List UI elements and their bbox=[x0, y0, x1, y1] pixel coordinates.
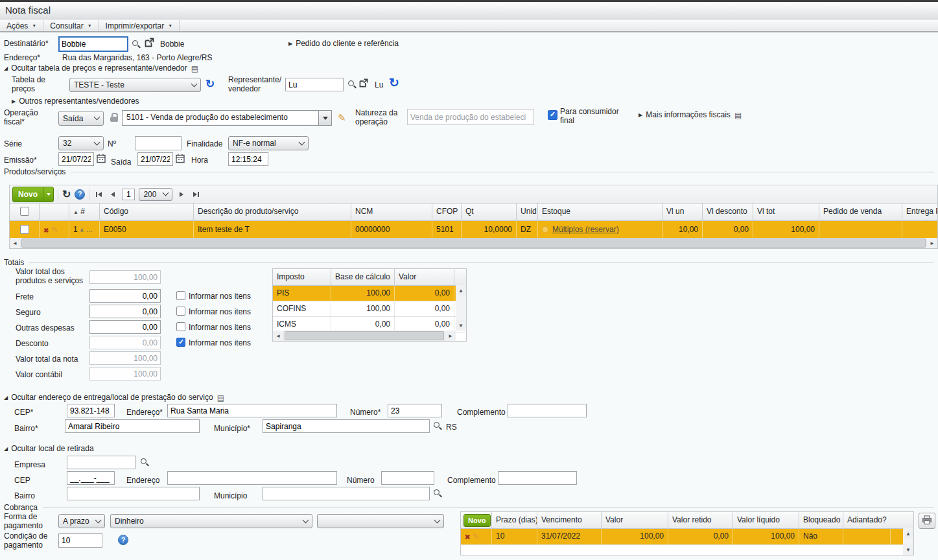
col-descricao[interactable]: Descrição do produto/serviço bbox=[194, 204, 351, 220]
delivery-complemento-input[interactable] bbox=[508, 404, 587, 417]
pickup-numero-input[interactable] bbox=[381, 471, 434, 485]
help-icon[interactable]: ? bbox=[118, 535, 128, 545]
novo-produto-button[interactable]: Novo bbox=[12, 187, 54, 202]
outros-representantes-toggle[interactable]: ▶Outros representantes/vendedores bbox=[12, 97, 139, 106]
imposto-row-pis[interactable]: PIS 100,00 0,00 bbox=[273, 286, 466, 301]
frete-informar-checkbox[interactable] bbox=[176, 291, 185, 300]
col-vl-un[interactable]: Vl un bbox=[662, 204, 703, 220]
hscroll-thumb[interactable] bbox=[285, 331, 444, 340]
novo-cobranca-button[interactable]: Novo bbox=[463, 514, 491, 527]
calendar-icon[interactable] bbox=[176, 154, 185, 165]
seguro-input[interactable] bbox=[89, 305, 161, 318]
select-all-checkbox[interactable] bbox=[20, 207, 29, 216]
col-num[interactable]: ▲ # bbox=[69, 204, 100, 220]
destinatario-input[interactable] bbox=[58, 36, 128, 52]
pickup-municipio-input[interactable] bbox=[263, 487, 430, 500]
menu-consultar[interactable]: Consultar ▼ bbox=[43, 20, 99, 31]
pickup-endereco-input[interactable] bbox=[167, 471, 337, 485]
numero-input[interactable] bbox=[135, 136, 182, 150]
refresh-icon[interactable]: ↻ bbox=[389, 77, 399, 88]
refresh-icon[interactable]: ↻ bbox=[205, 78, 215, 89]
operacao-direcao-select[interactable]: Saída bbox=[58, 111, 104, 126]
seguro-informar-checkbox[interactable] bbox=[176, 307, 185, 316]
col-vl-desconto[interactable]: Vl desconto bbox=[703, 204, 753, 220]
outras-despesas-informar-checkbox[interactable] bbox=[176, 322, 185, 331]
menu-imprimir-exportar[interactable]: Imprimir/exportar ▼ bbox=[99, 20, 180, 31]
page-size-select[interactable]: 200 bbox=[139, 188, 172, 201]
products-hscrollbar[interactable]: ◄ ► bbox=[10, 238, 937, 248]
operacao-cfop-combobox[interactable]: 5101 - Venda de produção do estabelecime… bbox=[122, 110, 332, 126]
delivery-municipio-input[interactable] bbox=[263, 419, 430, 433]
col-valor-retido[interactable]: Valor retido bbox=[668, 512, 733, 528]
col-codigo[interactable]: Código bbox=[100, 204, 194, 220]
first-page-button[interactable] bbox=[93, 189, 104, 200]
external-link-icon[interactable] bbox=[145, 38, 154, 49]
external-link-icon[interactable] bbox=[359, 78, 368, 89]
search-icon[interactable] bbox=[433, 421, 442, 430]
pickup-empresa-input[interactable] bbox=[67, 456, 135, 469]
scroll-up-icon[interactable]: ▲ bbox=[456, 285, 466, 296]
col-vencimento[interactable]: Vencimento bbox=[537, 512, 602, 528]
col-qt[interactable]: Qt bbox=[462, 204, 517, 220]
scroll-down-icon[interactable]: ▼ bbox=[456, 320, 466, 331]
search-icon[interactable] bbox=[140, 458, 149, 467]
delivery-bairro-input[interactable] bbox=[65, 419, 200, 433]
col-bloqueado[interactable]: Bloqueado bbox=[799, 512, 843, 528]
help-icon[interactable]: ? bbox=[75, 189, 85, 200]
col-entrega-pv[interactable]: Entrega PV bbox=[902, 204, 937, 220]
edit-pencil-icon[interactable]: ✎ bbox=[338, 113, 346, 122]
prev-page-button[interactable] bbox=[108, 189, 118, 200]
meio-pagamento2-select[interactable] bbox=[317, 514, 444, 528]
novo-dropdown-button[interactable] bbox=[43, 187, 53, 202]
col-unid[interactable]: Unid bbox=[517, 204, 538, 220]
delete-row-icon[interactable]: ✖ bbox=[43, 227, 49, 234]
col-valor[interactable]: Valor bbox=[602, 512, 668, 528]
ocultar-endereco-entrega-toggle[interactable]: ◢Ocultar endereço de entrega/local de pr… bbox=[4, 393, 224, 402]
meio-pagamento-select[interactable]: Dinheiro bbox=[110, 514, 312, 528]
ocultar-tabela-precos-toggle[interactable]: ◢Ocultar tabela de preços e representant… bbox=[4, 64, 198, 73]
print-button[interactable] bbox=[919, 513, 935, 529]
consumidor-final-checkbox[interactable] bbox=[548, 110, 557, 120]
scroll-right-icon[interactable]: ► bbox=[445, 331, 456, 341]
prazo-select[interactable]: A prazo bbox=[58, 514, 105, 528]
delivery-endereco-input[interactable] bbox=[167, 404, 337, 417]
saida-data-input[interactable] bbox=[137, 152, 173, 166]
pickup-cep-input[interactable] bbox=[67, 471, 115, 485]
pickup-bairro-input[interactable] bbox=[67, 487, 200, 500]
delivery-cep-input[interactable] bbox=[67, 404, 115, 417]
representante-input[interactable] bbox=[285, 78, 344, 91]
ocultar-local-retirada-toggle[interactable]: ◢Ocultar local de retirada bbox=[4, 444, 94, 453]
hora-input[interactable] bbox=[228, 152, 268, 166]
search-icon[interactable] bbox=[433, 489, 442, 498]
col-vl-tot[interactable]: Vl tot bbox=[753, 204, 819, 220]
cobranca-vscrollbar[interactable]: ▲ ▼ bbox=[903, 528, 913, 555]
scroll-down-icon[interactable]: ▼ bbox=[903, 544, 913, 555]
scroll-left-icon[interactable]: ◄ bbox=[10, 238, 20, 248]
scroll-left-icon[interactable]: ◄ bbox=[273, 331, 283, 341]
finalidade-select[interactable]: NF-e normal bbox=[228, 136, 309, 150]
search-icon[interactable] bbox=[347, 80, 357, 89]
imposto-row-cofins[interactable]: COFINS 100,00 0,00 bbox=[273, 301, 466, 317]
col-prazo-dias[interactable]: Prazo (dias) bbox=[492, 512, 537, 528]
row-more-icon[interactable]: ... bbox=[86, 225, 93, 234]
impostos-vscrollbar[interactable]: ▲ ▼ bbox=[456, 285, 466, 331]
scroll-right-icon[interactable]: ► bbox=[927, 238, 937, 248]
frete-input[interactable] bbox=[89, 289, 161, 303]
row-checkbox[interactable] bbox=[20, 225, 29, 234]
move-up-icon[interactable]: ∧ bbox=[80, 227, 84, 233]
next-page-button[interactable] bbox=[176, 189, 187, 200]
refresh-icon[interactable]: ↻ bbox=[62, 189, 71, 200]
condicao-pagamento-input[interactable] bbox=[58, 533, 102, 548]
emissao-input[interactable] bbox=[58, 152, 94, 166]
last-page-button[interactable] bbox=[191, 189, 201, 200]
impostos-hscrollbar[interactable]: ◄ ► bbox=[273, 331, 456, 341]
outras-despesas-input[interactable] bbox=[89, 320, 161, 334]
page-number-input[interactable] bbox=[122, 189, 135, 200]
edit-row-icon[interactable]: ✎ bbox=[473, 531, 480, 541]
desconto-informar-checkbox[interactable] bbox=[176, 338, 185, 347]
edit-row-icon[interactable]: ✎ bbox=[51, 225, 58, 235]
menu-acoes[interactable]: Ações ▼ bbox=[0, 20, 43, 31]
tabela-precos-select[interactable]: TESTE - Teste bbox=[69, 78, 201, 92]
col-estoque[interactable]: Estoque bbox=[538, 204, 662, 220]
pickup-complemento-input[interactable] bbox=[498, 471, 577, 485]
